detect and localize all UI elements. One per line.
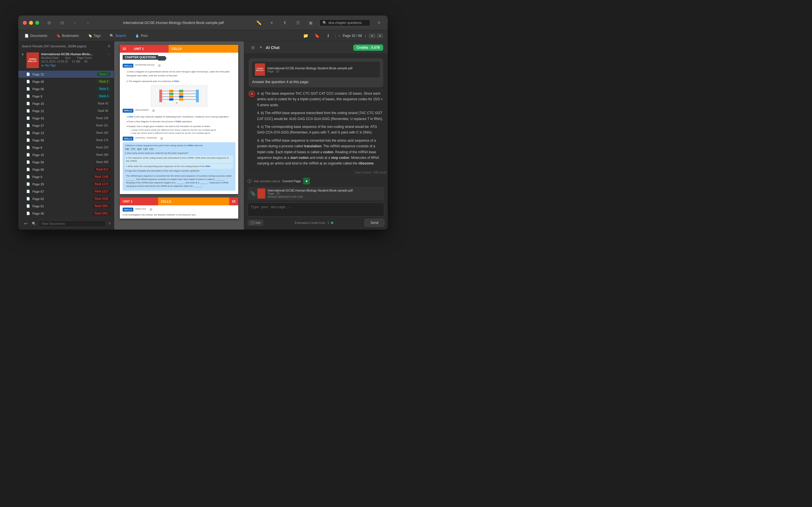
page-item-60[interactable]: 📄 Page 60 Rank 612 [18, 166, 114, 173]
page-item-46[interactable]: 📄 Page 46 Rank 3451 [18, 210, 114, 217]
credits-badge[interactable]: Credits : 5.079 [353, 45, 383, 51]
answer-4c: 4. c) The corresponding base sequence of… [257, 124, 383, 135]
pdf-page-info: Page 32 / 68 [343, 34, 362, 38]
doc-tag[interactable]: ⊕ <No Tag> [41, 64, 105, 67]
rank-badge-12: Rank 96 [96, 109, 110, 113]
zoom-fit[interactable]: A [377, 34, 383, 38]
page-item-5[interactable]: 📄 Page 5 Rank 1148 [18, 173, 114, 180]
ask-current-option[interactable]: Current Page [283, 179, 301, 183]
annotate-arrow-icon[interactable]: ▾ [267, 18, 276, 27]
send-button[interactable]: Send [364, 219, 384, 227]
svg-rect-12 [179, 96, 183, 98]
page-item-27[interactable]: 📄 Page 27 Rank 151 [18, 122, 114, 129]
rank-badge-42: Rank 139 [94, 116, 110, 120]
pdf-viewer[interactable]: 22 UNIT 1 CELLS CHAPTER QUESTIONS [114, 41, 244, 230]
page-doc-icon: 📄 [26, 72, 30, 76]
maximize-button[interactable] [35, 21, 39, 25]
pdf-download-icon[interactable]: ⬇ [324, 32, 333, 40]
titlebar-icons-right: ✏️ ▾ ⬆ ☰ ▣ 🔍 dna chapter questions ✕ [255, 18, 383, 27]
sidebar-toggle-right[interactable]: ⊞ [249, 43, 257, 52]
toolbar-bookmarks[interactable]: 🔖 Bookmarks [55, 33, 81, 39]
page-item-62[interactable]: 📄 Page 62 Rank 3145 [18, 195, 114, 203]
search-input-value[interactable]: dna chapter questions [328, 21, 362, 25]
page-name-67: Page 67 [33, 190, 93, 193]
expand-toggle[interactable]: ▾ [22, 52, 24, 56]
nav-forward-icon[interactable]: › [84, 18, 92, 27]
info-button[interactable]: ℹ Info [248, 220, 263, 226]
pdf-page2-content: SKILLS ANALYSIS ⚙ In an investigation in… [120, 205, 238, 219]
share-icon[interactable]: ⬆ [281, 18, 289, 27]
page-item-67[interactable]: 📄 Page 67 Rank 1217 [18, 188, 114, 195]
page-item-13[interactable]: 📄 Page 13 Rank 165 [18, 129, 114, 136]
nav-back-icon[interactable]: ‹ [71, 18, 79, 27]
page-item-58[interactable]: 📄 Page 58 Rank 178 [18, 136, 114, 144]
page-item-59[interactable]: 📄 Page 59 Rank 289 [18, 159, 114, 166]
help-icon[interactable]: ? [108, 221, 110, 226]
pdf-folder-icon[interactable]: 📁 [302, 32, 310, 40]
sort-icon[interactable]: ⇅ [108, 44, 110, 48]
page-item-15[interactable]: 📄 Page 15 Rank 288 [18, 151, 114, 159]
settings-icon-1[interactable]: ⚙ [158, 64, 161, 68]
back-btn[interactable]: ↩ [22, 220, 30, 228]
doc-more-icon[interactable]: ··· [108, 52, 110, 56]
pdf-page-32: 22 UNIT 1 CELLS CHAPTER QUESTIONS [120, 45, 238, 194]
page-item-56[interactable]: 📄 Page 56 Rank 3 [18, 86, 114, 93]
expand-options-btn[interactable]: ▾ [303, 178, 310, 184]
tags-label: Tags [94, 34, 101, 38]
page-item-42[interactable]: 📄 Page 42 Rank 139 [18, 115, 114, 122]
chat-input[interactable] [248, 203, 384, 217]
close-search-icon[interactable]: ✕ [375, 18, 383, 27]
attach-icon[interactable]: 📎 [250, 191, 255, 196]
global-search-bar[interactable]: 🔍 dna chapter questions [319, 19, 370, 26]
document-item[interactable]: ▾ HUMANBIOLOGY International-GCSE-Human-… [18, 50, 114, 71]
page-item-29[interactable]: 📄 Page 29 Rank 1173 [18, 180, 114, 188]
titlebar-icons-left: ⊞ ⊟ ‹ › [45, 18, 92, 27]
ai-chat-header: ⊞ + AI Chat Credits : 5.079 [244, 41, 388, 54]
toolbar-search[interactable]: 🔍 Search [108, 33, 128, 39]
filter-input[interactable] [38, 220, 106, 227]
page-doc-icon: 📄 [26, 146, 30, 149]
toolbar-pool[interactable]: 💧 Pool [133, 33, 149, 39]
new-chat-btn[interactable]: + [259, 45, 262, 50]
sidebar-header: Search Results (347 documents, 18286 pag… [18, 41, 114, 50]
annotate-icon[interactable]: ✏️ [255, 18, 263, 27]
page-item-40[interactable]: 📄 Page 40 Rank 2 [18, 78, 114, 86]
sub-q-3: 3 DNA is the only molecule capable of re… [123, 114, 236, 118]
page-item-8[interactable]: 📄 Page 8 Rank 220 [18, 144, 114, 151]
minimize-button[interactable] [29, 21, 33, 25]
sidebar-right-icon[interactable]: ▣ [306, 18, 315, 27]
doc-size-val: 21 MB [72, 60, 80, 63]
page-item-16[interactable]: 📄 Page 16 Rank 43 [18, 100, 114, 107]
settings-icon-2[interactable]: ⚙ [152, 109, 155, 113]
documents-label: Documents [30, 34, 47, 38]
rank-badge-29: Rank 1173 [93, 182, 110, 186]
page-item-61[interactable]: 📄 Page 61 Rank 3391 [18, 203, 114, 210]
traffic-lights [23, 21, 39, 25]
pdf-next-btn[interactable]: › [365, 34, 366, 38]
pdf-page-header: 22 UNIT 1 CELLS [120, 45, 238, 53]
page-name-27: Page 27 [33, 124, 94, 127]
close-button[interactable] [23, 21, 27, 25]
pdf-prev-btn[interactable]: ‹ [339, 34, 340, 38]
panel-toggle-icon[interactable]: ⊟ [58, 18, 66, 27]
pdf-bookmark-icon[interactable]: 🔖 [313, 32, 321, 40]
settings-icon-3[interactable]: ⚙ [160, 136, 163, 140]
sidebar-toggle-icon[interactable]: ⊞ [45, 18, 53, 27]
svg-rect-2 [196, 90, 199, 102]
page-doc-icon: 📄 [26, 124, 30, 127]
page-doc-icon: 📄 [26, 212, 30, 215]
skills-badge-p2: SKILLS [123, 208, 133, 212]
settings-icon-p2[interactable]: ⚙ [149, 208, 153, 212]
page-name-61: Page 61 [33, 205, 93, 208]
ask-about-label: Ask question about [254, 179, 280, 183]
toolbar-documents[interactable]: 📄 Documents [23, 33, 49, 39]
page-item-32[interactable]: 📄 Page 32 Rank 1 [18, 71, 114, 78]
page-item-9[interactable]: 📄 Page 9 Rank 4 [18, 93, 114, 100]
zoom-level[interactable]: A [369, 34, 375, 38]
list-icon[interactable]: ☰ [294, 18, 302, 27]
pdf-page-content: CHAPTER QUESTIONS SKILLS INTERPRETATION … [120, 53, 238, 194]
toolbar-tags[interactable]: 🏷️ Tags [86, 33, 102, 39]
rank-badge-32: Rank 1 [97, 72, 110, 76]
page-doc-icon: 📄 [26, 153, 30, 157]
page-item-12[interactable]: 📄 Page 12 Rank 96 [18, 107, 114, 115]
